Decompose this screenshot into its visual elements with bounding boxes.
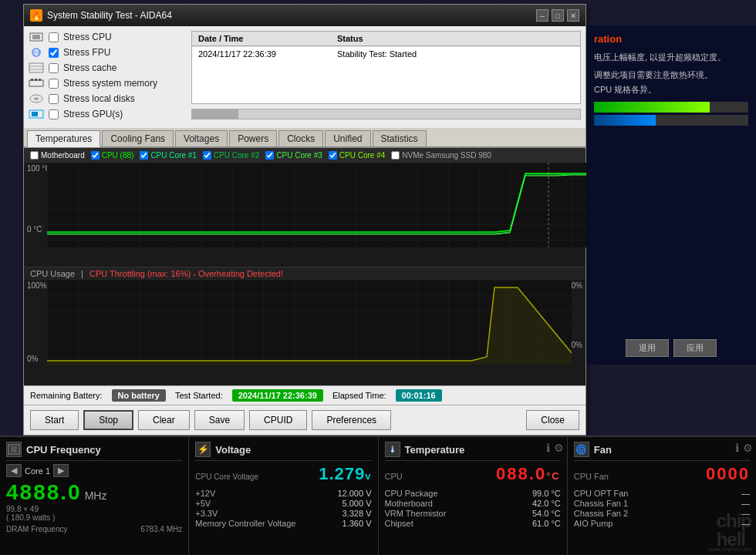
fan-opt-label: CPU OPT Fan: [574, 489, 629, 498]
stress-cpu-item: Stress CPU: [29, 31, 187, 43]
svg-rect-20: [11, 446, 17, 452]
usage-graph-container: CPU Usage | CPU Throttling (max: 16%) - …: [24, 267, 586, 386]
fan-info-icon[interactable]: ℹ: [735, 442, 739, 454]
temp-chipset-value: 61.0 °C: [532, 519, 561, 528]
stress-memory-checkbox[interactable]: [49, 79, 59, 89]
voltage-panel: ⚡ Voltage CPU Core Voltage 1.279v +12V 1…: [189, 437, 378, 555]
voltage-12v-value: 12.000 V: [337, 489, 371, 498]
side-panel-buttons: 退用 应用: [586, 339, 756, 357]
maximize-button[interactable]: □: [552, 9, 564, 22]
cpu-icon: [29, 31, 44, 43]
stop-button[interactable]: Stop: [83, 410, 133, 430]
side-panel-text3: CPU 规格各异。: [594, 84, 748, 96]
stress-fpu-checkbox[interactable]: [49, 48, 59, 58]
stress-fpu-item: FP Stress FPU: [29, 46, 187, 59]
legend-core4-checkbox[interactable]: [329, 151, 337, 160]
preferences-button[interactable]: Preferences: [312, 410, 391, 430]
window-title: System Stability Test - AIDA64: [47, 10, 536, 21]
voltage-5v-label: +5V: [195, 499, 211, 508]
legend-nvme-checkbox[interactable]: [391, 151, 400, 160]
progress-bar-2: [594, 115, 656, 126]
side-panel: ration 电压上幅幅度, 以提升超频稳定度。 调整此项目需要注意散热环境。 …: [586, 25, 756, 365]
temp-mb-label: Motherboard: [385, 499, 433, 508]
close-window-button[interactable]: ✕: [567, 9, 579, 22]
stress-gpu-checkbox[interactable]: [49, 109, 59, 119]
bottom-status-bar: Remaining Battery: No battery Test Start…: [24, 385, 586, 405]
stress-cpu-checkbox[interactable]: [49, 32, 59, 42]
tab-cooling-fans[interactable]: Cooling Fans: [102, 130, 174, 146]
app-icon: 🔥: [30, 9, 42, 22]
usage-y-max: 100%: [27, 281, 47, 290]
usage-graph-svg: [47, 280, 572, 365]
stress-options-panel: Stress CPU FP Stress FPU Stress cache: [29, 31, 187, 123]
hw-panels: CPU Frequency ◀ Core 1 ▶ 4888.0 MHz 99.8…: [0, 436, 756, 555]
legend-motherboard-checkbox[interactable]: [30, 151, 39, 160]
temp-gear-icon[interactable]: ⚙: [554, 442, 564, 454]
clear-button[interactable]: Clear: [138, 410, 190, 430]
temp-package-value: 99.0 °C: [532, 489, 561, 498]
svg-rect-10: [39, 79, 41, 81]
tab-voltages[interactable]: Voltages: [175, 130, 228, 146]
tab-statistics[interactable]: Statistics: [373, 130, 427, 146]
side-panel-title: ration: [594, 33, 748, 45]
cpu-freq-panel: CPU Frequency ◀ Core 1 ▶ 4888.0 MHz 99.8…: [0, 437, 189, 555]
svg-point-12: [34, 97, 39, 100]
status-scrollbar[interactable]: [191, 109, 581, 119]
side-btn-2[interactable]: 应用: [673, 339, 717, 357]
side-btn-1[interactable]: 退用: [626, 339, 669, 357]
temp-vrm-value: 54.0 °C: [532, 509, 561, 518]
fan-gear-icon[interactable]: ⚙: [743, 442, 753, 454]
status-datetime: 2024/11/17 22:36:39: [192, 46, 331, 61]
tab-unified[interactable]: Unified: [325, 130, 370, 146]
temp-panel-header: 🌡 Temperature ℹ ⚙: [385, 442, 561, 461]
voltage-5v-value: 5.000 V: [343, 499, 372, 508]
tab-temperatures[interactable]: Temperatures: [27, 130, 100, 147]
voltage-header: ⚡ Voltage: [195, 442, 371, 461]
battery-label: Remaining Battery:: [30, 391, 103, 400]
fan-chassis1-label: Chassis Fan 1: [574, 499, 628, 508]
tab-powers[interactable]: Powers: [229, 130, 277, 146]
voltage-5v-row: +5V 5.000 V: [195, 499, 371, 508]
stress-gpu-item: Stress GPU(s): [29, 108, 187, 120]
legend-core1-checkbox[interactable]: [140, 151, 148, 160]
temp-y-min: 0 °C: [27, 225, 42, 234]
legend-cpu-checkbox[interactable]: [91, 151, 100, 160]
gpu-icon: [29, 108, 44, 120]
fan-chassis2-label: Chassis Fan 2: [574, 509, 628, 518]
start-button[interactable]: Start: [30, 410, 79, 430]
legend-core3-label: CPU Core #3: [276, 151, 322, 160]
stress-cache-item: Stress cache: [29, 62, 187, 74]
core-label: Core 1: [25, 466, 50, 476]
fan-panel: 🌀 Fan ℹ ⚙ CPU Fan 0000 CPU OPT Fan — Cha…: [568, 437, 756, 555]
cpu-sub1: 99.8 × 49: [6, 505, 182, 513]
fan-chassis1-row: Chassis Fan 1 —: [574, 499, 750, 508]
stress-memory-item: Stress system memory: [29, 77, 187, 89]
svg-rect-4: [29, 63, 43, 72]
fan-panel-header: 🌀 Fan ℹ ⚙: [574, 442, 750, 461]
legend-core3-checkbox[interactable]: [265, 151, 274, 160]
stress-cache-checkbox[interactable]: [49, 63, 59, 73]
stress-gpu-label: Stress GPU(s): [63, 109, 123, 119]
window-controls: – □ ✕: [536, 9, 579, 22]
cpuid-button[interactable]: CPUID: [249, 410, 307, 430]
core-prev-button[interactable]: ◀: [6, 464, 22, 477]
temperature-panel: 🌡 Temperature ℹ ⚙ CPU 088.0°C CPU Packag…: [379, 437, 568, 555]
legend-cpu-label: CPU (88): [102, 151, 134, 160]
close-button[interactable]: Close: [526, 410, 579, 430]
temp-info-icon[interactable]: ℹ: [546, 442, 550, 454]
status-table-header: Date / Time Status: [192, 32, 580, 46]
tab-clocks[interactable]: Clocks: [278, 130, 323, 146]
voltage-cpu-label: CPU Core Voltage: [195, 473, 258, 481]
cpu-freq-value: 4888.0: [6, 480, 82, 505]
voltage-cpu-row: CPU Core Voltage 1.279v: [195, 464, 371, 484]
minimize-button[interactable]: –: [536, 9, 548, 22]
temp-mb-row: Motherboard 42.0 °C: [385, 499, 561, 508]
elapsed-value: 00:01:16: [396, 389, 442, 402]
temp-panel-title: Temperature: [405, 444, 465, 456]
core-next-button[interactable]: ▶: [53, 464, 69, 477]
stress-disks-checkbox[interactable]: [49, 94, 59, 104]
legend-core2-checkbox[interactable]: [203, 151, 211, 160]
temp-panel-icon: 🌡: [385, 442, 400, 457]
side-panel-text2: 调整此项目需要注意散热环境。: [594, 69, 748, 82]
save-button[interactable]: Save: [194, 410, 245, 430]
